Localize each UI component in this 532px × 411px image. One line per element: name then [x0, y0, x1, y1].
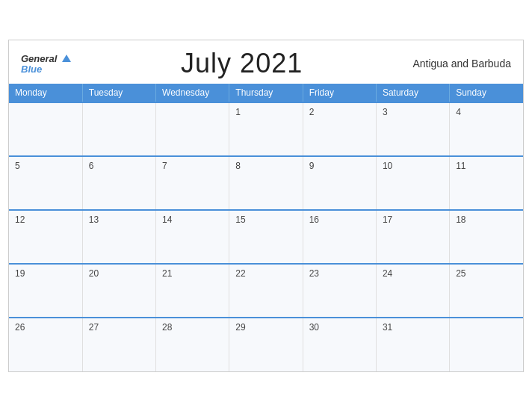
day-number: 27 — [89, 322, 99, 333]
calendar-cell: 28 — [156, 318, 229, 371]
day-number: 28 — [162, 322, 172, 333]
calendar-title: July 2021 — [181, 48, 303, 79]
day-number: 25 — [456, 268, 466, 279]
calendar-cell: 19 — [9, 264, 82, 318]
day-number: 19 — [15, 268, 25, 279]
calendar-cell: 15 — [229, 210, 303, 264]
calendar-cell: 22 — [229, 264, 303, 318]
weekday-header-wednesday: Wednesday — [156, 84, 229, 102]
week-row-4: 19202122232425 — [9, 264, 523, 318]
week-row-1: 1234 — [9, 102, 523, 156]
calendar-cell: 16 — [303, 210, 376, 264]
calendar-cell: 17 — [376, 210, 449, 264]
day-number: 16 — [309, 214, 319, 225]
day-number: 4 — [456, 107, 461, 117]
calendar-cell: 11 — [450, 156, 523, 210]
logo-general-text: General — [21, 52, 71, 65]
week-row-2: 567891011 — [9, 156, 523, 210]
weekday-header-tuesday: Tuesday — [82, 84, 155, 102]
weekday-header-thursday: Thursday — [229, 84, 303, 102]
logo-triangle-icon — [62, 55, 71, 62]
calendar-cell: 6 — [82, 156, 155, 210]
calendar-cell: 25 — [450, 264, 523, 318]
weekday-header-row: MondayTuesdayWednesdayThursdayFridaySatu… — [9, 84, 523, 102]
calendar-cell — [9, 102, 82, 156]
calendar-cell: 7 — [156, 156, 229, 210]
day-number: 20 — [89, 268, 99, 279]
calendar-cell: 18 — [450, 210, 523, 264]
calendar-cell: 23 — [303, 264, 376, 318]
day-number: 15 — [235, 214, 245, 225]
calendar-header: General Blue July 2021 Antigua and Barbu… — [9, 40, 523, 84]
calendar-cell: 1 — [229, 102, 303, 156]
logo: General Blue — [21, 52, 71, 75]
calendar-cell: 3 — [376, 102, 449, 156]
day-number: 18 — [456, 214, 466, 225]
day-number: 24 — [383, 268, 392, 279]
week-row-3: 12131415161718 — [9, 210, 523, 264]
calendar-grid: MondayTuesdayWednesdayThursdayFridaySatu… — [9, 84, 523, 371]
calendar-cell: 2 — [303, 102, 376, 156]
week-row-5: 262728293031 — [9, 318, 523, 371]
calendar-cell: 12 — [9, 210, 82, 264]
day-number: 21 — [162, 268, 172, 279]
day-number: 5 — [15, 161, 20, 171]
day-number: 23 — [309, 268, 319, 279]
calendar-cell — [450, 318, 523, 371]
day-number: 7 — [162, 161, 167, 171]
calendar-cell: 5 — [9, 156, 82, 210]
calendar-cell: 27 — [82, 318, 155, 371]
weekday-header-saturday: Saturday — [376, 84, 449, 102]
calendar: General Blue July 2021 Antigua and Barbu… — [8, 40, 524, 372]
day-number: 30 — [309, 322, 319, 333]
day-number: 26 — [15, 322, 25, 333]
day-number: 2 — [309, 107, 315, 117]
day-number: 13 — [89, 214, 99, 225]
day-number: 31 — [383, 322, 392, 333]
logo-blue-text: Blue — [21, 64, 71, 75]
day-number: 29 — [235, 322, 245, 333]
calendar-cell: 10 — [376, 156, 449, 210]
day-number: 6 — [89, 161, 94, 171]
day-number: 1 — [235, 107, 241, 117]
weekday-header-monday: Monday — [9, 84, 82, 102]
calendar-cell: 14 — [156, 210, 229, 264]
day-number: 11 — [456, 161, 466, 171]
calendar-cell: 20 — [82, 264, 155, 318]
day-number: 8 — [235, 161, 241, 171]
day-number: 9 — [309, 161, 315, 171]
day-number: 3 — [383, 107, 388, 117]
day-number: 17 — [383, 214, 392, 225]
calendar-cell: 24 — [376, 264, 449, 318]
day-number: 10 — [383, 161, 392, 171]
calendar-cell: 9 — [303, 156, 376, 210]
calendar-cell: 8 — [229, 156, 303, 210]
calendar-cell: 26 — [9, 318, 82, 371]
calendar-cell: 13 — [82, 210, 155, 264]
calendar-cell: 30 — [303, 318, 376, 371]
day-number: 22 — [235, 268, 245, 279]
calendar-cell: 4 — [450, 102, 523, 156]
day-number: 12 — [15, 214, 25, 225]
calendar-cell: 29 — [229, 318, 303, 371]
calendar-cell — [156, 102, 229, 156]
weekday-header-friday: Friday — [303, 84, 376, 102]
day-number: 14 — [162, 214, 172, 225]
calendar-country: Antigua and Barbuda — [412, 58, 511, 69]
calendar-cell: 31 — [376, 318, 449, 371]
weekday-header-sunday: Sunday — [450, 84, 523, 102]
calendar-cell — [82, 102, 155, 156]
calendar-cell: 21 — [156, 264, 229, 318]
